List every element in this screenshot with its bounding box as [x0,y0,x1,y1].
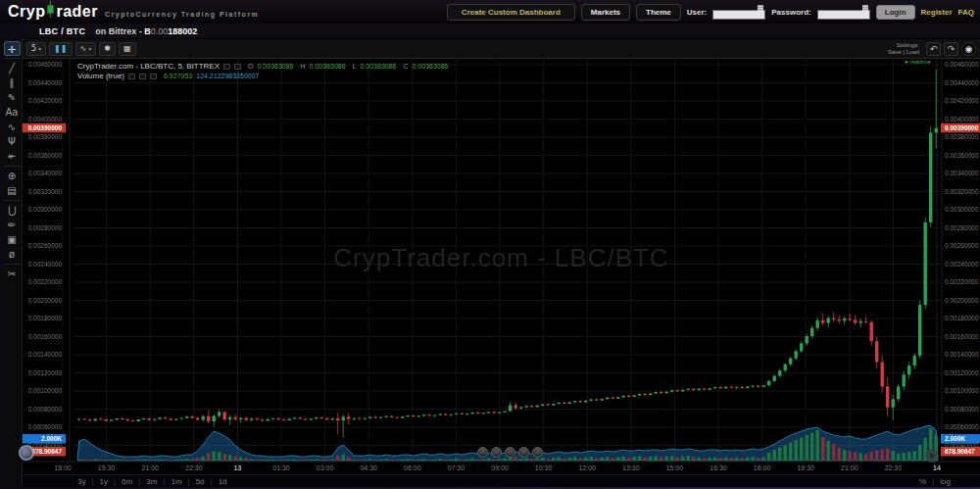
high-label: H [301,62,306,72]
quote-volume-value: 124.2122983350007 [196,72,259,81]
social-share-icon[interactable] [505,447,515,458]
remove-drawings-tool[interactable]: ✂ [4,267,21,281]
indicators-button[interactable]: ∿▾ [75,42,97,56]
chart-window: ✛╱∥✎Aa∿Ψ↞⊕▤⋃✏▣ø✂ 5▾❚❚∿▾✱▦ Settings: Save… [2,39,980,487]
undo-icon: ↶ [930,44,938,54]
range-selector: 3y|1y|6m|3m|1m|5d|1d [77,477,227,486]
scale-log[interactable]: log [940,477,951,486]
chart-type-button[interactable]: ❚❚ [49,42,72,56]
close-label: C [403,62,408,72]
chart-toolbar-controls: 5▾❚❚∿▾✱▦ [26,42,136,56]
logo-text: Cryprader [8,3,98,21]
crosshair-tool[interactable]: ✛ [4,41,21,56]
undo-button[interactable]: ↶ [926,42,941,56]
volume-eye-icon[interactable] [128,73,135,79]
toolbar-separator [4,166,21,167]
user-label: User: [687,8,707,17]
drawing-mode-tool[interactable]: ✏ [4,218,21,232]
settings-gear-icon-icon: ✱ [104,44,111,53]
register-link[interactable]: Register [921,8,953,17]
volume-close-icon[interactable] [150,73,157,79]
volume-value: 6.927953 [164,72,192,81]
lock-drawings-tool[interactable]: ▣ [4,232,21,247]
pair-title: LBC / BTC [39,26,85,36]
legend-eye-icon[interactable] [223,64,230,70]
volume-study-label[interactable]: Volume (true) [77,72,124,81]
logo[interactable]: Cryprader CryptoCurrency Trading Platfor… [8,3,259,21]
chevron-down-icon: ▾ [88,45,91,52]
user-input[interactable] [712,10,765,20]
login-button[interactable]: Login [876,5,915,20]
social-share-icon[interactable] [477,447,488,458]
arrow-marks-tool[interactable]: ↞ [4,149,21,164]
separator: | [163,477,165,486]
user-input-wrap [712,3,765,21]
forecast-tool[interactable]: Ψ [4,134,21,149]
chart-main-column: 5▾❚❚∿▾✱▦ Settings: Save | Load ↶ ↷ ◉ 0.0… [23,39,980,487]
low-value: 0.00383086 [360,62,396,72]
redo-button[interactable]: ↷ [944,42,958,56]
parallel-channel-tool[interactable]: ∥ [4,75,21,90]
range-1d[interactable]: 1d [219,477,227,486]
camera-icon: ◉ [965,44,973,54]
range-6m[interactable]: 6m [122,477,132,486]
range-3y[interactable]: 3y [77,477,85,486]
open-label: O [248,62,253,72]
social-share-icon[interactable] [532,447,543,458]
range-1y[interactable]: 1y [100,477,108,486]
separator: | [114,477,116,486]
bars-pattern-tool[interactable]: ▤ [4,183,21,198]
legend-close-icon[interactable] [234,64,241,70]
price-axis-left[interactable] [23,59,72,461]
zoom-in-tool[interactable]: ⊕ [4,169,21,183]
compare-chart-icon[interactable]: ▦ [119,42,136,56]
password-input-wrap [817,3,870,21]
price-axis-right[interactable] [941,59,980,461]
high-value: 0.00383086 [310,62,346,72]
settings-gear-icon[interactable]: ✱ [99,42,116,56]
text-tool[interactable]: Aa [4,105,21,120]
chart-toolbar-right: Settings: Save | Load ↶ ↷ ◉ [888,42,976,56]
separator: | [211,477,213,486]
instrument-tab[interactable]: LBC / BTC on Bittrex - B0.00188002 [29,24,980,39]
volume-settings-icon[interactable] [139,73,146,79]
realtime-dot-icon: ● [905,59,908,65]
brush-tool[interactable]: ✎ [4,90,21,105]
separator: | [188,477,190,486]
tagline: CryptoCurrency Trading Platform [105,11,259,18]
create-custom-dashboard-button[interactable]: Create Custom Dashboard [447,4,575,21]
header-actions: Create Custom Dashboard Markets Theme Us… [447,3,974,21]
interval-button[interactable]: 5▾ [26,42,46,56]
settings-save-load[interactable]: Settings: Save | Load [888,42,919,56]
separator: | [932,477,934,486]
xabcd-pattern-tool[interactable]: ∿ [4,120,21,134]
snapshot-button[interactable]: ◉ [961,42,976,56]
chart-canvas[interactable]: 0.004600000.004600000.004400000.00440000… [23,59,980,474]
top-header: Cryprader CryptoCurrency Trading Platfor… [0,0,980,24]
hide-drawings-tool[interactable]: ø [4,247,21,262]
password-input[interactable] [817,10,870,20]
social-share-icon[interactable] [491,447,502,458]
theme-button[interactable]: Theme [636,4,681,21]
logo-candle-icon [46,4,55,17]
magnet-tool[interactable]: ⋃ [4,203,21,218]
candlestick-chart[interactable]: 0.004600000.004600000.004400000.00440000… [23,59,980,474]
scale-%[interactable]: % [919,477,926,486]
scale-mode-selector: %|log [919,477,951,486]
range-selector-bar: 3y|1y|6m|3m|1m|5d|1d %|log [23,474,980,487]
app: Cryprader CryptoCurrency Trading Platfor… [0,0,980,489]
exchange-price: on Bittrex - B0.00188002 [95,26,197,36]
chart-legend: CrypTrader.com - LBC/BTC, 5, BITTREX O0.… [77,62,449,81]
legend-title[interactable]: CrypTrader.com - LBC/BTC, 5, BITTREX [77,62,220,72]
time-axis[interactable] [23,461,980,474]
trend-line-tool[interactable]: ╱ [4,61,21,75]
chart-toolbar: 5▾❚❚∿▾✱▦ Settings: Save | Load ↶ ↷ ◉ [23,39,980,59]
range-5d[interactable]: 5d [196,477,205,486]
separator: | [91,477,93,486]
range-3m[interactable]: 3m [146,477,157,486]
range-1m[interactable]: 1m [171,477,181,486]
markets-button[interactable]: Markets [581,4,630,21]
compare-chart-icon-icon: ▦ [123,44,131,53]
social-share-icon[interactable] [518,447,529,458]
faq-link[interactable]: FAQ [958,8,974,17]
